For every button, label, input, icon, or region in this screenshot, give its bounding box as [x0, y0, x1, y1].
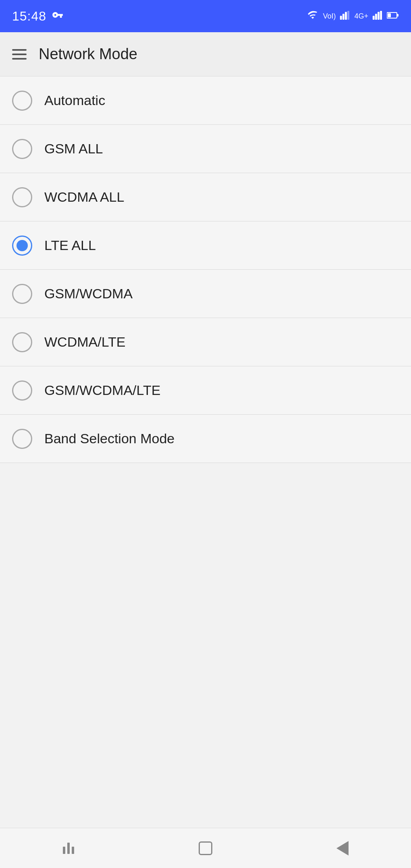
lock-icon	[52, 9, 63, 23]
radio-band-selection	[12, 429, 32, 449]
radio-wcdma-all	[12, 187, 32, 207]
radio-gsm-all	[12, 139, 32, 159]
svg-rect-10	[388, 13, 391, 17]
option-wcdma-all[interactable]: WCDMA ALL	[0, 173, 411, 221]
option-gsm-wcdma[interactable]: GSM/WCDMA	[0, 270, 411, 318]
radio-gsm-wcdma	[12, 284, 32, 304]
status-bar: 15:48 VoI) 4G+	[0, 0, 411, 32]
radio-lte-all-fill	[17, 240, 28, 251]
recent-icon	[63, 843, 74, 854]
page-title: Network Mode	[39, 45, 137, 63]
menu-button[interactable]	[12, 49, 27, 60]
option-band-selection[interactable]: Band Selection Mode	[0, 415, 411, 463]
recent-bar-2	[67, 843, 70, 854]
option-band-selection-label: Band Selection Mode	[44, 431, 174, 446]
option-lte-all[interactable]: LTE ALL	[0, 221, 411, 270]
signal-bars-2	[372, 11, 383, 21]
option-gsm-wcdma-label: GSM/WCDMA	[44, 286, 133, 302]
status-right: VoI) 4G+	[307, 10, 399, 22]
volte-indicator: VoI)	[323, 12, 336, 21]
signal-bars-1	[340, 11, 350, 21]
battery-icon	[387, 12, 399, 21]
svg-rect-9	[397, 14, 399, 17]
recent-bar-1	[63, 847, 65, 854]
recent-apps-button[interactable]	[52, 836, 85, 860]
svg-rect-7	[380, 11, 382, 20]
option-wcdma-all-label: WCDMA ALL	[44, 189, 124, 205]
option-lte-all-label: LTE ALL	[44, 238, 96, 253]
svg-rect-0	[340, 16, 342, 20]
option-wcdma-lte[interactable]: WCDMA/LTE	[0, 318, 411, 366]
svg-rect-5	[375, 14, 377, 20]
wifi-icon	[307, 10, 319, 22]
option-automatic[interactable]: Automatic	[0, 76, 411, 125]
svg-rect-3	[348, 11, 350, 20]
radio-gsm-wcdma-lte	[12, 380, 32, 401]
back-icon	[336, 841, 349, 856]
option-gsm-all[interactable]: GSM ALL	[0, 125, 411, 173]
option-gsm-wcdma-lte[interactable]: GSM/WCDMA/LTE	[0, 366, 411, 415]
recent-bar-3	[72, 847, 74, 854]
status-time: 15:48	[12, 9, 46, 24]
back-button[interactable]	[326, 836, 359, 860]
hamburger-line-1	[12, 49, 27, 51]
svg-rect-2	[345, 12, 347, 20]
home-button[interactable]	[189, 836, 222, 860]
bottom-navigation	[0, 828, 411, 868]
hamburger-line-3	[12, 58, 27, 60]
hamburger-line-2	[12, 54, 27, 55]
svg-rect-6	[378, 12, 380, 20]
network-type: 4G+	[354, 12, 368, 21]
toolbar: Network Mode	[0, 32, 411, 76]
home-icon	[199, 841, 212, 855]
network-mode-options: Automatic GSM ALL WCDMA ALL LTE ALL GSM/…	[0, 76, 411, 463]
radio-lte-all	[12, 236, 32, 256]
svg-rect-1	[342, 14, 345, 20]
svg-rect-4	[373, 16, 375, 20]
radio-wcdma-lte	[12, 332, 32, 352]
status-left: 15:48	[12, 9, 63, 24]
option-gsm-wcdma-lte-label: GSM/WCDMA/LTE	[44, 382, 160, 398]
radio-automatic	[12, 91, 32, 111]
option-automatic-label: Automatic	[44, 93, 105, 108]
option-gsm-all-label: GSM ALL	[44, 141, 103, 157]
option-wcdma-lte-label: WCDMA/LTE	[44, 334, 125, 350]
